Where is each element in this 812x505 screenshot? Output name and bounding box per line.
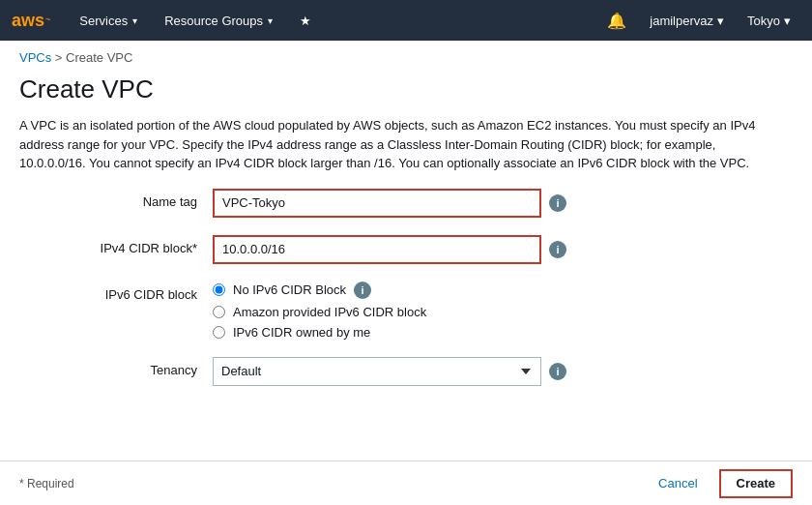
region-caret-icon: ▾ xyxy=(784,14,791,28)
name-tag-input[interactable] xyxy=(213,189,541,218)
breadcrumb-vpcs-link[interactable]: VPCs xyxy=(19,50,51,65)
bell-icon[interactable]: 🔔 xyxy=(597,12,636,30)
ipv4-cidr-info-icon[interactable]: i xyxy=(549,241,566,258)
nav-right: 🔔 jamilpervaz ▾ Tokyo ▾ xyxy=(597,12,800,30)
services-caret-icon: ▾ xyxy=(132,15,137,26)
user-caret-icon: ▾ xyxy=(717,14,724,28)
ipv6-option-no: No IPv6 CIDR Block i xyxy=(213,282,426,299)
tenancy-info-icon[interactable]: i xyxy=(549,363,566,380)
ipv4-cidr-row: IPv4 CIDR block* i xyxy=(19,235,793,264)
name-tag-row: Name tag i xyxy=(19,189,793,218)
ipv6-radio-group: No IPv6 CIDR Block i Amazon provided IPv… xyxy=(213,282,426,340)
cancel-button[interactable]: Cancel xyxy=(647,470,709,496)
create-vpc-form: Name tag i IPv4 CIDR block* i IPv6 CIDR … xyxy=(0,189,812,386)
breadcrumb: VPCs > Create VPC xyxy=(0,41,812,69)
tenancy-row: Tenancy Default Dedicated Host i xyxy=(19,357,793,386)
page-title: Create VPC xyxy=(0,69,812,116)
footer-buttons: Cancel Create xyxy=(647,469,793,498)
navbar: aws ~ Services ▾ Resource Groups ▾ ★ 🔔 j… xyxy=(0,0,812,41)
aws-logo: aws ~ xyxy=(12,11,50,31)
ipv4-cidr-input[interactable] xyxy=(213,235,541,264)
ipv6-cidr-control: No IPv6 CIDR Block i Amazon provided IPv… xyxy=(213,282,426,340)
page-description: A VPC is an isolated portion of the AWS … xyxy=(0,116,793,189)
tenancy-control: Default Dedicated Host i xyxy=(213,357,566,386)
ipv4-cidr-control: i xyxy=(213,235,566,264)
region-menu[interactable]: Tokyo ▾ xyxy=(738,14,800,28)
name-tag-info-icon[interactable]: i xyxy=(549,194,566,212)
name-tag-control: i xyxy=(213,189,566,218)
ipv6-info-icon[interactable]: i xyxy=(354,282,371,299)
user-menu[interactable]: jamilpervaz ▾ xyxy=(640,14,734,28)
ipv6-amazon-radio[interactable] xyxy=(213,306,225,318)
ipv6-option-amazon: Amazon provided IPv6 CIDR block xyxy=(213,305,426,319)
name-tag-label: Name tag xyxy=(19,189,213,209)
ipv6-owned-label[interactable]: IPv6 CIDR owned by me xyxy=(233,325,370,340)
tenancy-label: Tenancy xyxy=(19,357,213,377)
ipv4-cidr-label: IPv4 CIDR block* xyxy=(19,235,213,255)
ipv6-no-label[interactable]: No IPv6 CIDR Block xyxy=(233,282,346,297)
services-menu[interactable]: Services ▾ xyxy=(66,0,151,41)
tenancy-select[interactable]: Default Dedicated Host xyxy=(213,357,541,386)
resource-groups-caret-icon: ▾ xyxy=(268,15,273,26)
ipv6-no-radio[interactable] xyxy=(213,283,225,296)
ipv6-amazon-label[interactable]: Amazon provided IPv6 CIDR block xyxy=(233,305,426,319)
ipv6-option-owned: IPv6 CIDR owned by me xyxy=(213,325,426,340)
footer: * Required Cancel Create xyxy=(0,460,812,505)
required-note: * Required xyxy=(19,477,74,490)
favorites-icon[interactable]: ★ xyxy=(286,0,325,41)
create-button[interactable]: Create xyxy=(719,469,793,498)
ipv6-cidr-row: IPv6 CIDR block No IPv6 CIDR Block i Ama… xyxy=(19,282,793,340)
ipv6-owned-radio[interactable] xyxy=(213,326,225,339)
resource-groups-menu[interactable]: Resource Groups ▾ xyxy=(151,0,286,41)
ipv6-cidr-label: IPv6 CIDR block xyxy=(19,282,213,302)
